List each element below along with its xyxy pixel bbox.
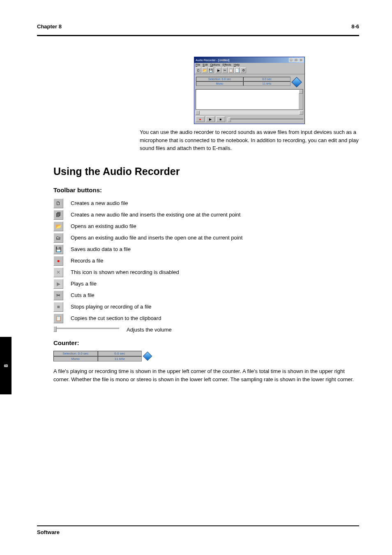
open-insert-label: Opens an existing audio file and inserts… xyxy=(71,235,242,241)
menubar: File Edit Options Effects Help xyxy=(194,63,304,67)
waveform-area xyxy=(196,89,303,110)
counter-duration: 0.0 sec xyxy=(98,351,142,356)
toolbar: 🗋 📂 💾 ▶ ✂ 📋 📄 ⚙ xyxy=(194,67,304,74)
menu-help[interactable]: Help xyxy=(234,63,240,66)
horizontal-scrollbar[interactable] xyxy=(196,111,303,115)
open-insert-icon: 🗂 xyxy=(53,233,63,243)
copy-label: Copies the cut section to the clipboard xyxy=(71,315,161,321)
save-file-label: Saves audio data to a file xyxy=(71,246,131,252)
record-disabled-label: This icon is shown when recording is dis… xyxy=(71,269,179,275)
cut-tb-icon[interactable]: ✂ xyxy=(222,67,228,73)
paste-tb-icon[interactable]: 📄 xyxy=(234,67,240,73)
new-icon[interactable]: 🗋 xyxy=(196,67,201,73)
menu-edit[interactable]: Edit xyxy=(203,63,208,66)
status-table: Selection: 0.0 sec 0.0 sec Mono 11 kHz xyxy=(196,77,291,86)
mono-cell: Mono xyxy=(196,81,243,86)
footer-rule xyxy=(37,525,359,526)
volume-label: Adjusts the volume xyxy=(127,327,172,333)
section-heading: Using the Audio Recorder xyxy=(53,164,359,180)
header-rule xyxy=(37,35,359,36)
titlebar: Audio Recorder - [Untitled] _ □ × xyxy=(194,57,304,63)
maximize-icon[interactable]: □ xyxy=(294,58,298,62)
new-insert-label: Creates a new audio file and inserts the… xyxy=(71,212,240,218)
stop-label: Stops playing or recording of a file xyxy=(71,304,152,310)
counter-demo: Selection: 0.0 sec 0.0 sec Mono 11 kHz xyxy=(53,351,152,362)
vertical-scrollbar[interactable] xyxy=(299,90,303,109)
app-title: Audio Recorder - [Untitled] xyxy=(196,59,229,62)
play-button[interactable]: ▶ xyxy=(206,116,215,122)
copy-icon: 📋 xyxy=(53,313,63,323)
toolbar-heading: Toolbar buttons: xyxy=(53,186,359,195)
open-file-icon: 📂 xyxy=(53,221,63,231)
menu-file[interactable]: File xyxy=(196,63,200,66)
intro-paragraph: You can use the audio recorder to record… xyxy=(140,128,359,152)
new-file-icon: 🗋 xyxy=(53,198,63,208)
play-label: Plays a file xyxy=(71,281,97,287)
page-number: 8-6 xyxy=(351,23,359,30)
cut-label: Cuts a file xyxy=(71,292,95,298)
diamond-icon xyxy=(291,77,302,87)
open-icon[interactable]: 📂 xyxy=(202,67,208,73)
counter-rate: 11 kHz xyxy=(98,356,142,362)
side-tab: 8 xyxy=(0,337,12,394)
menu-effects[interactable]: Effects xyxy=(223,63,231,66)
counter-selection: Selection: 0.0 sec xyxy=(53,351,98,356)
open-file-label: Opens an existing audio file xyxy=(71,223,136,229)
counter-mono: Mono xyxy=(53,356,98,362)
counter-diamond-icon xyxy=(143,352,152,361)
footer-text: Software xyxy=(37,529,60,535)
stop-icon: ■ xyxy=(53,302,63,312)
minimize-icon[interactable]: _ xyxy=(289,58,293,62)
rate-cell: 11 kHz xyxy=(243,81,291,86)
selection-cell: Selection: 0.0 sec xyxy=(196,77,243,81)
save-file-icon: 💾 xyxy=(53,244,63,254)
new-file-label: Creates a new audio file xyxy=(71,200,128,206)
copy-tb-icon[interactable]: 📋 xyxy=(228,67,234,73)
duration-cell: 0.0 sec xyxy=(243,77,291,81)
volume-slider[interactable] xyxy=(53,328,119,329)
play-icon: ▶ xyxy=(53,279,63,289)
position-slider[interactable] xyxy=(228,119,303,120)
app-screenshot: Audio Recorder - [Untitled] _ □ × File E… xyxy=(194,57,305,124)
play-tb-icon[interactable]: ▶ xyxy=(216,67,221,73)
counter-heading: Counter: xyxy=(53,339,359,348)
close-icon[interactable]: × xyxy=(299,58,303,62)
counter-paragraph: A file's playing or recording time is sh… xyxy=(53,367,359,383)
record-button[interactable]: ● xyxy=(196,116,205,122)
record-icon: ● xyxy=(53,256,63,266)
cut-icon: ✂ xyxy=(53,290,63,300)
save-icon[interactable]: 💾 xyxy=(208,67,214,73)
menu-options[interactable]: Options xyxy=(210,63,220,66)
record-label: Records a file xyxy=(71,258,103,264)
chapter-title: Chapter 8 xyxy=(37,23,62,30)
stop-button[interactable]: ■ xyxy=(216,116,225,122)
new-insert-icon: 🗐 xyxy=(53,210,63,220)
record-disabled-icon: ✕ xyxy=(53,267,63,277)
extra-tb-icon[interactable]: ⚙ xyxy=(240,67,246,73)
